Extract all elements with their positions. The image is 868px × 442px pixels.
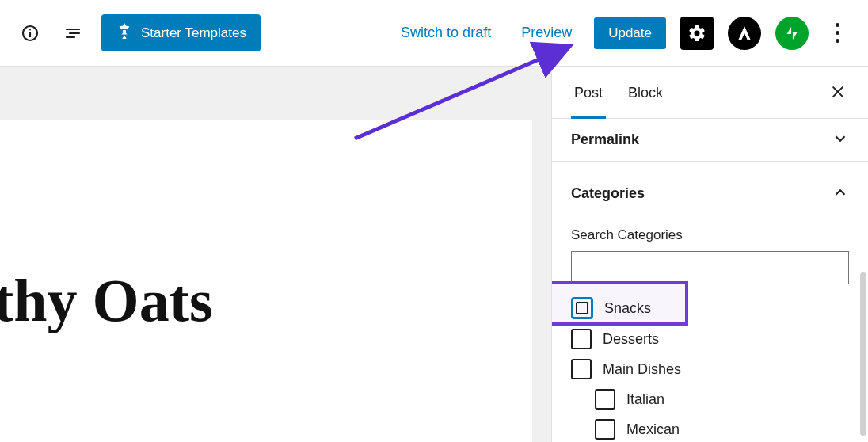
- category-label: Snacks: [604, 300, 651, 317]
- brainstorm-icon: [116, 22, 133, 44]
- checkbox-italian[interactable]: [595, 389, 615, 410]
- close-sidebar-button[interactable]: [827, 81, 849, 108]
- chevron-down-icon: [832, 130, 849, 150]
- category-item-desserts[interactable]: Desserts: [571, 324, 849, 354]
- permalink-title: Permalink: [571, 131, 639, 148]
- more-options-button[interactable]: [823, 18, 852, 48]
- post-title[interactable]: thy Oats: [0, 266, 213, 335]
- chevron-up-icon: [832, 184, 849, 204]
- svg-point-2: [29, 29, 31, 30]
- category-item-snacks[interactable]: Snacks: [571, 292, 849, 324]
- post-content-card: thy Oats Nunc facilisis diam velit, non …: [0, 120, 532, 442]
- sidebar-tabs: Post Block: [552, 67, 868, 119]
- category-label: Desserts: [603, 331, 659, 348]
- settings-sidebar: Post Block Permalink Categories Search C…: [551, 67, 868, 442]
- editor-canvas: thy Oats Nunc facilisis diam velit, non …: [0, 67, 551, 442]
- category-item-mexican[interactable]: Mexican: [571, 414, 849, 442]
- scrollbar[interactable]: [860, 272, 866, 436]
- list-view-icon[interactable]: [59, 19, 87, 48]
- categories-panel-header[interactable]: Categories: [552, 162, 868, 215]
- checkbox-main-dishes[interactable]: [571, 359, 592, 379]
- category-label: Italian: [626, 391, 664, 408]
- starter-templates-button[interactable]: Starter Templates: [101, 14, 261, 51]
- starter-templates-label: Starter Templates: [141, 25, 246, 41]
- switch-to-draft-button[interactable]: Switch to draft: [393, 20, 499, 46]
- gear-icon: [687, 24, 706, 43]
- main-area: thy Oats Nunc facilisis diam velit, non …: [0, 67, 868, 442]
- astra-icon[interactable]: [728, 17, 761, 50]
- checkbox-desserts[interactable]: [571, 329, 592, 349]
- info-icon[interactable]: [16, 19, 44, 48]
- search-categories-label: Search Categories: [571, 227, 849, 243]
- jetpack-icon[interactable]: [775, 17, 809, 50]
- toolbar-left: Starter Templates: [16, 14, 261, 51]
- category-label: Mexican: [626, 421, 680, 438]
- categories-panel-body: Search Categories Snacks Desserts Main D…: [552, 215, 868, 442]
- settings-button[interactable]: [680, 17, 714, 50]
- categories-title: Categories: [571, 185, 645, 202]
- close-icon: [830, 84, 846, 100]
- tab-post[interactable]: Post: [571, 70, 606, 119]
- search-categories-input[interactable]: [571, 251, 849, 284]
- top-toolbar: Starter Templates Switch to draft Previe…: [0, 0, 868, 67]
- tab-block[interactable]: Block: [625, 70, 666, 119]
- permalink-panel-header[interactable]: Permalink: [552, 119, 868, 162]
- category-item-italian[interactable]: Italian: [571, 384, 849, 414]
- checkbox-mexican[interactable]: [595, 419, 615, 440]
- checkbox-snacks[interactable]: [571, 297, 593, 319]
- categories-list: Snacks Desserts Main Dishes Italian Mexi…: [571, 284, 849, 442]
- preview-button[interactable]: Preview: [513, 20, 580, 46]
- category-label: Main Dishes: [603, 361, 681, 378]
- category-item-main-dishes[interactable]: Main Dishes: [571, 354, 849, 384]
- update-button[interactable]: Update: [594, 17, 666, 49]
